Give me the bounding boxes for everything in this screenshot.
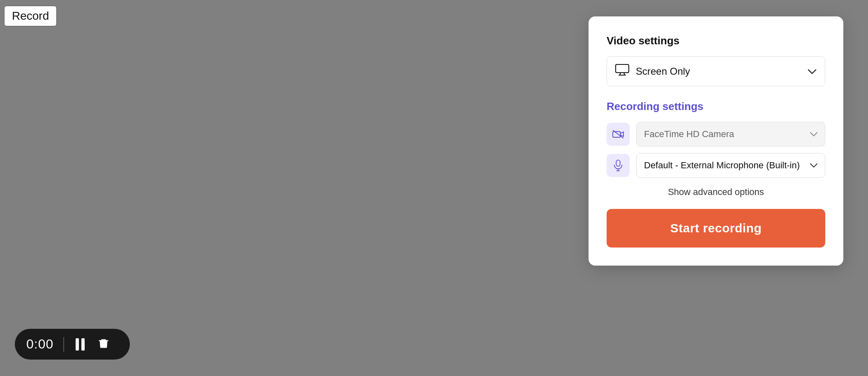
record-button[interactable]: Record: [4, 6, 57, 26]
video-source-dropdown[interactable]: Screen Only: [607, 56, 825, 86]
video-settings-title: Video settings: [607, 34, 825, 47]
svg-rect-4: [613, 131, 621, 137]
camera-icon-box[interactable]: [607, 123, 630, 146]
video-source-label: Screen Only: [636, 66, 690, 77]
delete-button[interactable]: [96, 336, 111, 352]
microphone-chevron: [810, 160, 817, 171]
microphone-icon-box[interactable]: [607, 154, 630, 177]
video-source-chevron: [808, 65, 817, 78]
microphone-setting-row: Default - External Microphone (Built-in): [607, 153, 825, 178]
timer-display: 0:00: [26, 337, 53, 352]
timer-divider: [63, 337, 64, 352]
microphone-icon: [612, 160, 624, 171]
start-recording-button[interactable]: Start recording: [607, 209, 825, 248]
camera-value: FaceTime HD Camera: [644, 129, 734, 140]
svg-rect-0: [616, 64, 629, 73]
camera-setting-row: FaceTime HD Camera: [607, 122, 825, 147]
microphone-value: Default - External Microphone (Built-in): [644, 160, 800, 171]
settings-panel: Video settings Screen Only Recording set…: [589, 16, 843, 266]
microphone-dropdown[interactable]: Default - External Microphone (Built-in): [636, 153, 825, 178]
camera-chevron: [810, 129, 817, 140]
camera-dropdown[interactable]: FaceTime HD Camera: [636, 122, 825, 147]
trash-icon: [98, 338, 109, 351]
camera-off-icon: [612, 128, 624, 140]
timer-bar: 0:00: [15, 329, 130, 360]
pause-icon: [76, 338, 85, 351]
recording-settings-title: Recording settings: [607, 100, 825, 113]
svg-rect-6: [616, 160, 620, 166]
pause-button[interactable]: [74, 337, 86, 352]
monitor-icon: [615, 64, 629, 78]
advanced-options-toggle[interactable]: Show advanced options: [607, 187, 825, 197]
